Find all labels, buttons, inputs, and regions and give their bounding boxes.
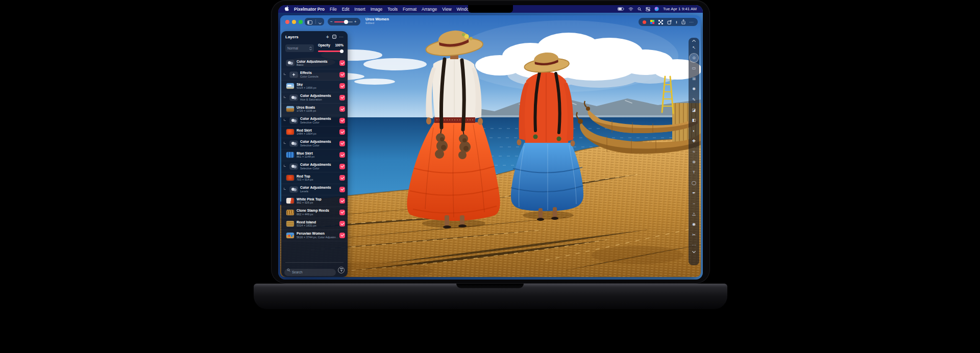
- layer-row[interactable]: Blue Skirt 861 × 1148 px: [281, 149, 348, 161]
- retouch-tool[interactable]: ✚: [690, 136, 698, 146]
- layer-row[interactable]: Red Skirt 1484 × 1504 px: [281, 127, 348, 138]
- select-tool[interactable]: ▭: [690, 63, 698, 73]
- menu-item-format[interactable]: Format: [403, 7, 416, 12]
- checkerboard-icon[interactable]: [658, 20, 663, 24]
- layer-row[interactable]: Effects Color Controls: [281, 69, 348, 81]
- erase-tool[interactable]: ◪: [690, 105, 698, 115]
- fullscreen-button[interactable]: [299, 20, 303, 24]
- menu-item-image[interactable]: Image: [371, 7, 383, 12]
- share-icon[interactable]: [681, 19, 685, 24]
- color-picker-tool[interactable]: ◉: [690, 219, 698, 230]
- layer-row[interactable]: White Pink Top 992 × 926 px: [281, 195, 348, 207]
- layer-visibility-checkbox[interactable]: [339, 129, 345, 135]
- layer-row[interactable]: Color Adjustments Selective Color: [281, 115, 348, 127]
- blend-mode-select[interactable]: Normal: [285, 44, 314, 52]
- menu-item-view[interactable]: View: [442, 7, 451, 12]
- layer-visibility-checkbox[interactable]: [339, 95, 345, 100]
- layer-row[interactable]: Color Adjustments Hue & Saturation: [281, 92, 348, 104]
- layer-thumbnail: [290, 187, 298, 192]
- layer-row[interactable]: Uros Boats 1729 × 1106 px: [281, 104, 348, 115]
- layer-detail: Selective Color: [300, 167, 339, 170]
- minimize-button[interactable]: [292, 20, 296, 24]
- zoom-tool[interactable]: ⊙: [690, 54, 698, 62]
- zoom-slider[interactable]: − +: [328, 18, 360, 26]
- layer-row[interactable]: Clone Stamp Reeds 662 × 449 px: [281, 207, 348, 219]
- layer-row[interactable]: Reed Island 5314 × 1631 px: [281, 218, 348, 230]
- layer-thumbnail: [286, 83, 294, 89]
- menu-item-edit[interactable]: Edit: [342, 7, 350, 12]
- gradient-tool[interactable]: ◐: [690, 125, 698, 136]
- layer-visibility-checkbox[interactable]: [339, 141, 345, 146]
- reshape-tool[interactable]: ≈: [690, 146, 698, 157]
- layer-filter-icon[interactable]: [332, 35, 336, 39]
- layer-row[interactable]: Red Top 703 × 914 px: [281, 172, 348, 184]
- layer-search-input[interactable]: [284, 269, 336, 276]
- crop-tool[interactable]: ⊞: [690, 73, 698, 84]
- spotlight-search-icon[interactable]: [638, 7, 642, 11]
- zoom-slider-track[interactable]: [334, 21, 353, 22]
- layer-row[interactable]: Peruvian Women 5616 × 3744 px, Color Adj…: [281, 230, 348, 242]
- add-layer-button[interactable]: +: [326, 34, 329, 40]
- layer-row[interactable]: Color Adjustments Selective Color: [281, 138, 348, 150]
- sharpen-tool[interactable]: △: [690, 209, 698, 219]
- pen-tool[interactable]: ✒: [690, 188, 698, 198]
- battery-icon[interactable]: [618, 7, 624, 11]
- menu-item-tools[interactable]: Tools: [387, 7, 398, 12]
- opacity-slider-knob[interactable]: [340, 49, 344, 53]
- layer-visibility-checkbox[interactable]: [339, 72, 345, 78]
- slice-tool[interactable]: ✂: [690, 230, 698, 240]
- paint-tool[interactable]: ✎: [690, 94, 698, 105]
- selection-brush-tool[interactable]: ✱: [690, 84, 698, 94]
- siri-icon[interactable]: [654, 7, 659, 11]
- zoom-out-icon[interactable]: −: [330, 19, 333, 24]
- layer-visibility-checkbox[interactable]: [339, 187, 345, 192]
- text-tool[interactable]: T: [690, 167, 698, 178]
- menu-item-file[interactable]: File: [330, 7, 337, 12]
- clone-tool[interactable]: ⊕: [690, 157, 698, 167]
- info-icon[interactable]: i: [676, 20, 677, 24]
- menu-bar-clock[interactable]: Tue Apr 1 9:41 AM: [663, 7, 697, 11]
- menu-item-arrange[interactable]: Arrange: [422, 7, 437, 12]
- layer-visibility-checkbox[interactable]: [339, 152, 345, 158]
- layer-visibility-checkbox[interactable]: [339, 175, 345, 181]
- layers-panel-title: Layers: [285, 35, 323, 39]
- shape-tool[interactable]: ◯: [690, 178, 698, 188]
- layer-row[interactable]: Sky 5314 × 1656 px: [281, 81, 348, 92]
- record-indicator-icon[interactable]: [643, 20, 646, 24]
- control-center-icon[interactable]: [646, 7, 650, 11]
- toggle-sidebar-button[interactable]: [307, 17, 312, 27]
- zoom-in-icon[interactable]: +: [354, 19, 357, 24]
- more-tools[interactable]: ⋯: [690, 240, 698, 250]
- canvas-size-icon[interactable]: [667, 20, 672, 24]
- layer-thumbnail: [290, 118, 298, 123]
- zoom-slider-knob[interactable]: [344, 20, 348, 24]
- layer-visibility-checkbox[interactable]: [339, 221, 345, 226]
- layer-name: Red Skirt: [297, 129, 339, 133]
- move-tool[interactable]: ↖: [690, 42, 698, 53]
- color-swatches-icon[interactable]: [650, 20, 654, 24]
- layer-row[interactable]: Color Adjustments Selective Color: [281, 161, 348, 173]
- layers-more-button[interactable]: ···: [339, 35, 344, 39]
- layer-visibility-checkbox[interactable]: [339, 233, 345, 238]
- layer-visibility-checkbox[interactable]: [339, 106, 345, 112]
- layer-row[interactable]: Color Adjustments Basic: [281, 58, 348, 69]
- fill-tool[interactable]: ◧: [690, 115, 698, 125]
- apple-menu-icon[interactable]: [284, 6, 289, 12]
- layer-visibility-checkbox[interactable]: [339, 83, 345, 89]
- opacity-slider[interactable]: [318, 51, 342, 52]
- layer-row[interactable]: Color Adjustments Levels: [281, 184, 348, 196]
- close-button[interactable]: [285, 20, 289, 24]
- menu-item-insert[interactable]: Insert: [354, 7, 365, 12]
- layer-visibility-checkbox[interactable]: [339, 198, 345, 204]
- search-filter-icon[interactable]: [338, 267, 345, 273]
- layer-visibility-checkbox[interactable]: [339, 118, 345, 123]
- layer-visibility-checkbox[interactable]: [339, 210, 345, 215]
- wifi-icon[interactable]: [628, 7, 633, 11]
- warp-tool[interactable]: ~: [690, 198, 698, 209]
- nested-layer-icon: [284, 96, 286, 98]
- app-menu-title[interactable]: Pixelmator Pro: [294, 7, 325, 12]
- more-options-icon[interactable]: ···: [690, 20, 694, 24]
- layer-visibility-checkbox[interactable]: [339, 60, 345, 66]
- chevron-down-icon[interactable]: [318, 17, 322, 27]
- layer-visibility-checkbox[interactable]: [339, 164, 345, 169]
